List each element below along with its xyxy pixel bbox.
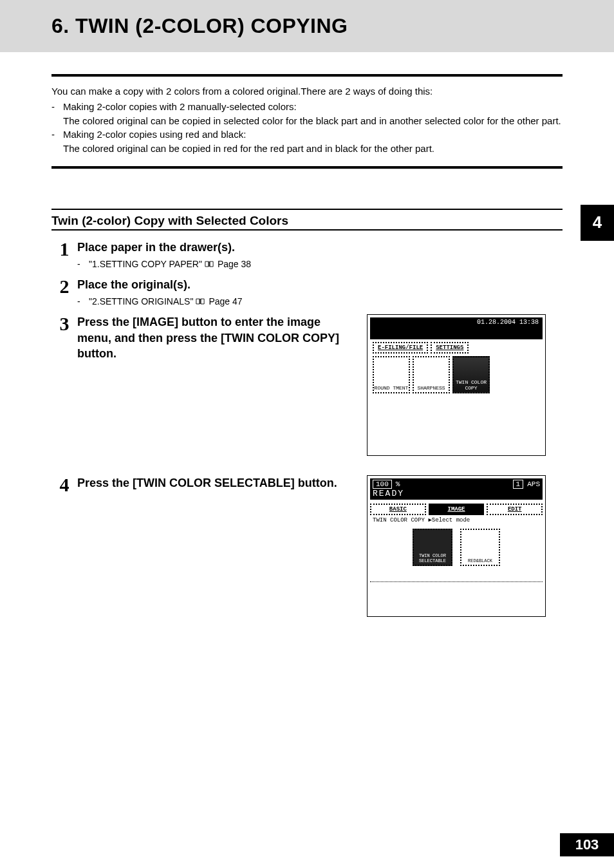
step: 2 Place the original(s). - "2.SETTING OR… [51,276,563,309]
button-label: TWIN COLOR SELECTABLE [414,553,451,563]
twin-color-copy-button[interactable]: TWIN COLOR COPY [452,356,490,393]
rule-bot [51,166,563,169]
zoom-value: 100 [373,480,392,489]
intro-item-body: Making 2-color copies using red and blac… [63,127,563,156]
button-label: RED&BLACK [468,558,492,563]
copies-value: 1 [513,480,524,489]
screen-tabs: E-FILING/FILE SETTINGS [370,339,543,356]
intro-item-body: Making 2-color copies with 2 manually-se… [63,100,563,128]
intro-item-head: Making 2-color copies using red and blac… [63,129,246,140]
intro-item-head: Making 2-color copies with 2 manually-se… [63,101,297,112]
title-bar: 6. TWIN (2-COLOR) COPYING [0,0,614,52]
step-ref-page: Page 47 [209,296,242,307]
dash-bullet: - [51,127,63,156]
book-icon [196,296,206,307]
step-ref-text: "2.SETTING ORIGINALS" [89,296,193,307]
step-number: 4 [51,474,77,495]
aps-label: APS [527,480,540,488]
dotted-rule [370,581,543,582]
dash-bullet: - [51,100,63,128]
step-ref-page: Page 38 [218,259,251,269]
intro-text: You can make a copy with 2 colors from a… [51,77,563,160]
subheading: Twin (2-color) Copy with Selected Colors [51,210,563,229]
document-page: 6. TWIN (2-COLOR) COPYING You can make a… [0,0,614,868]
intro-item-text: The colored original can be copied in re… [63,143,434,154]
round-tment-button[interactable]: ROUND TMENT [373,356,410,393]
screen-button-row: ROUND TMENT SHARPNESS TWIN COLOR COPY [370,356,543,393]
content-area: You can make a copy with 2 colors from a… [0,74,614,617]
book-icon [205,259,215,269]
subheading-block: Twin (2-color) Copy with Selected Colors… [51,209,563,231]
button-label: ROUND TMENT [375,385,409,391]
button-label: SHARPNESS [417,385,445,391]
page-number: 103 [560,833,614,856]
step-with-figure: 3 Press the [IMAGE] button to enter the … [51,313,563,456]
step-main: Place paper in the drawer(s). [77,240,563,255]
tab-efiling[interactable]: E-FILING/FILE [373,342,428,354]
tab-basic[interactable]: BASIC [370,504,426,515]
screen-header: 01.28.2004 13:38 [370,317,543,339]
step-ref-text: "1.SETTING COPY PAPER" [89,259,202,269]
step-body: Place the original(s). - "2.SETTING ORIG… [77,276,563,309]
dash-bullet: - [77,259,89,269]
twin-color-selectable-button[interactable]: TWIN COLOR SELECTABLE [413,529,452,566]
sharpness-button[interactable]: SHARPNESS [413,356,450,393]
page-title: 6. TWIN (2-COLOR) COPYING [51,14,614,38]
device-screen-twin-color: 100 % 1 APS READY BASIC IMAGE EDIT [367,475,546,617]
screen-tabs: BASIC IMAGE EDIT [370,504,543,515]
step-with-figure: 4 Press the [TWIN COLOR SELECTABLE] butt… [51,474,563,617]
step-main: Place the original(s). [77,277,563,292]
step: 1 Place paper in the drawer(s). - "1.SET… [51,238,563,272]
subheading-rule-bot [51,229,563,231]
screen-button-row: TWIN COLOR SELECTABLE RED&BLACK [370,529,543,566]
tab-image[interactable]: IMAGE [429,504,485,515]
screen-header: 100 % 1 APS READY [370,478,543,500]
intro-item: - Making 2-color copies with 2 manually-… [51,100,563,128]
step-number: 1 [51,238,77,272]
tab-edit[interactable]: EDIT [487,504,543,515]
button-label: TWIN COLOR COPY [454,379,488,391]
step-main: Press the [IMAGE] button to enter the im… [77,314,354,361]
step-body: Place paper in the drawer(s). - "1.SETTI… [77,238,563,272]
percent-label: % [396,480,400,488]
step-number: 2 [51,276,77,309]
intro-item-text: The colored original can be copied in se… [63,115,561,126]
ready-status: READY [373,489,540,498]
tab-settings[interactable]: SETTINGS [431,342,469,354]
intro-item: - Making 2-color copies using red and bl… [51,127,563,156]
device-screen-image-menu: 01.28.2004 13:38 E-FILING/FILE SETTINGS … [367,314,546,456]
step-main: Press the [TWIN COLOR SELECTABLE] button… [77,475,354,491]
dash-bullet: - [77,296,89,307]
screen-datetime: 01.28.2004 13:38 [477,319,539,326]
breadcrumb-line: TWIN COLOR COPY ▶Select mode [370,515,543,525]
step-ref: - "2.SETTING ORIGINALS" Page 47 [77,292,563,309]
intro-lead: You can make a copy with 2 colors from a… [51,84,563,99]
step-number: 3 [51,313,77,361]
step-ref: - "1.SETTING COPY PAPER" Page 38 [77,255,563,272]
chapter-tab: 4 [581,205,614,241]
steps-list: 1 Place paper in the drawer(s). - "1.SET… [51,231,563,618]
red-black-button[interactable]: RED&BLACK [460,529,500,566]
